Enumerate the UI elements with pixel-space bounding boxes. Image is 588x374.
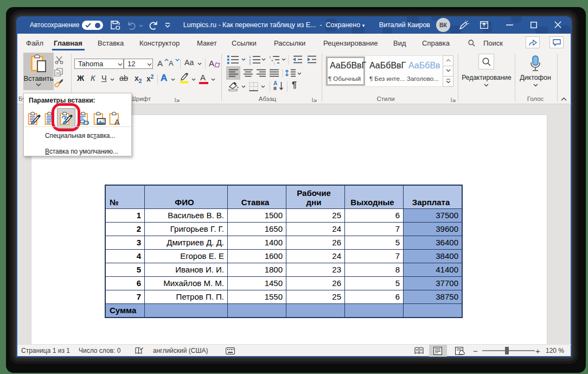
svg-text:3: 3 <box>249 62 251 65</box>
svg-text:i: i <box>274 62 274 65</box>
svg-text:a: a <box>271 59 273 62</box>
svg-text:A: A <box>114 118 120 126</box>
